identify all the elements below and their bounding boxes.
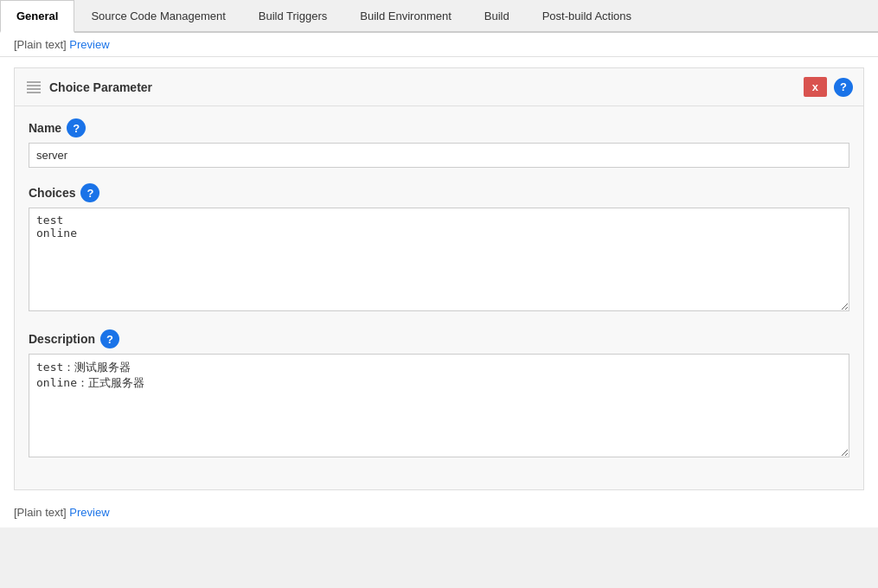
bottom-preview-link[interactable]: Preview	[69, 506, 109, 519]
name-label-row: Name ?	[29, 118, 849, 137]
description-textarea-wrapper	[29, 354, 849, 460]
bottom-plaintext-row: [Plain text] Preview	[0, 501, 878, 527]
bottom-plaintext-static: [Plain text]	[14, 506, 67, 519]
card-help-icon[interactable]: ?	[834, 78, 853, 97]
card-title: Choice Parameter	[49, 80, 152, 94]
name-input[interactable]	[29, 143, 849, 168]
top-preview-link[interactable]: Preview	[69, 38, 109, 51]
tab-post-build-actions[interactable]: Post-build Actions	[526, 0, 648, 31]
name-group: Name ?	[29, 118, 849, 168]
tab-build[interactable]: Build	[468, 0, 526, 31]
description-group: Description ?	[29, 329, 849, 460]
top-plaintext-static: [Plain text]	[14, 38, 67, 51]
description-textarea[interactable]	[29, 354, 849, 457]
tab-source-code-management[interactable]: Source Code Management	[74, 0, 241, 31]
card-body: Name ? Choices ? Description ?	[15, 106, 863, 489]
choices-group: Choices ?	[29, 183, 849, 314]
name-label: Name	[29, 121, 61, 135]
top-plaintext-row: [Plain text] Preview	[0, 33, 878, 57]
tab-build-triggers[interactable]: Build Triggers	[242, 0, 343, 31]
tab-build-environment[interactable]: Build Environment	[343, 0, 468, 31]
delete-button[interactable]: x	[804, 77, 827, 97]
description-help-icon[interactable]: ?	[100, 329, 119, 348]
choices-textarea[interactable]	[29, 208, 849, 311]
drag-handle[interactable]	[25, 80, 42, 95]
choices-label: Choices	[29, 186, 75, 200]
tab-general[interactable]: General	[0, 0, 74, 33]
description-label: Description	[29, 332, 95, 346]
choice-parameter-card: Choice Parameter x ? Name ? Choices	[14, 67, 864, 490]
description-label-row: Description ?	[29, 329, 849, 348]
tab-bar: General Source Code Management Build Tri…	[0, 0, 878, 33]
name-help-icon[interactable]: ?	[67, 118, 86, 137]
choices-label-row: Choices ?	[29, 183, 849, 202]
card-title-area: Choice Parameter	[25, 80, 152, 95]
card-actions: x ?	[804, 77, 853, 97]
choices-help-icon[interactable]: ?	[80, 183, 99, 202]
main-content: [Plain text] Preview Choice Parameter x …	[0, 33, 878, 527]
choices-textarea-wrapper	[29, 208, 849, 314]
card-header: Choice Parameter x ?	[15, 68, 863, 106]
